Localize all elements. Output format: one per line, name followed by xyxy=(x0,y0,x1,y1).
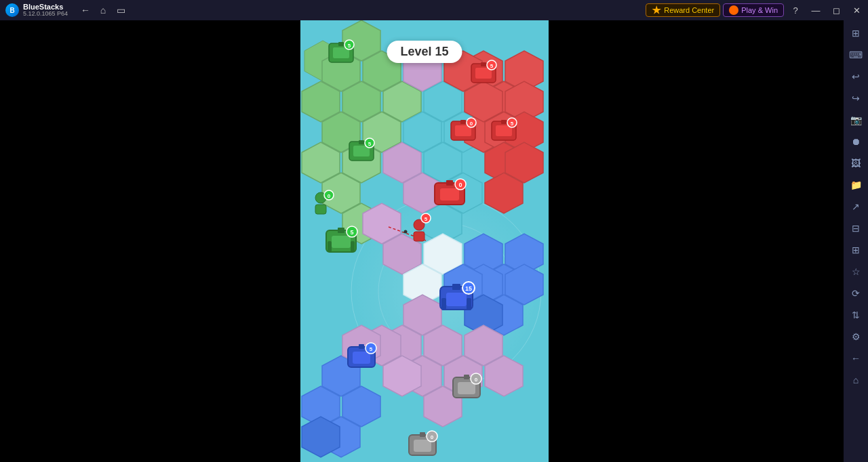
svg-text:0: 0 xyxy=(328,193,331,199)
svg-text:15: 15 xyxy=(465,285,472,292)
svg-rect-115 xyxy=(441,298,446,310)
svg-rect-130 xyxy=(414,440,431,452)
home-button[interactable]: ⌂ xyxy=(95,2,111,18)
svg-rect-126 xyxy=(464,375,469,379)
svg-rect-83 xyxy=(338,228,344,233)
svg-text:0: 0 xyxy=(470,121,473,127)
reward-center-button[interactable]: Reward Center xyxy=(646,3,720,17)
hex-grid: 5 5 0 5 xyxy=(300,20,549,462)
sidebar-forward-icon[interactable]: ↪ xyxy=(846,88,866,108)
svg-point-66 xyxy=(404,230,408,234)
sidebar-screenshot-icon[interactable]: 🖼 xyxy=(846,153,866,173)
svg-rect-125 xyxy=(458,382,475,394)
sidebar-home-icon[interactable]: ⌂ xyxy=(846,370,866,390)
svg-text:5: 5 xyxy=(425,216,428,222)
svg-rect-69 xyxy=(338,42,344,46)
sidebar-table-icon[interactable]: ⊟ xyxy=(846,218,866,238)
sidebar-back-icon[interactable]: ↩ xyxy=(846,66,866,87)
minimize-button[interactable]: — xyxy=(807,1,825,19)
titlebar-right: Reward Center Play & Win ? — ◻ ✕ xyxy=(646,1,868,19)
svg-rect-82 xyxy=(332,236,351,248)
sidebar-sync-icon[interactable]: ⇅ xyxy=(846,305,866,325)
play-win-icon xyxy=(729,5,738,15)
help-button[interactable]: ? xyxy=(787,1,804,19)
sidebar-record-icon[interactable]: ⏺ xyxy=(846,131,866,152)
svg-rect-104 xyxy=(440,188,459,201)
sidebar-star-icon[interactable]: ☆ xyxy=(846,261,866,282)
back-button[interactable]: ← xyxy=(77,2,94,18)
svg-rect-90 xyxy=(481,62,486,66)
titlebar: B BlueStacks 5.12.0.1065 P64 ← ⌂ ▭ Rewar… xyxy=(0,0,868,20)
svg-rect-85 xyxy=(351,241,355,252)
svg-rect-78 xyxy=(315,205,326,214)
reward-center-label: Reward Center xyxy=(664,6,714,14)
app-info: BlueStacks 5.12.0.1065 P64 xyxy=(23,3,68,17)
play-win-label: Play & Win xyxy=(741,6,778,14)
reward-star-icon xyxy=(652,5,661,15)
nav-buttons: ← ⌂ ▭ xyxy=(73,2,133,18)
left-panel xyxy=(0,20,300,462)
level-badge: Level 15 xyxy=(387,41,462,63)
app-version: 5.12.0.1065 P64 xyxy=(23,11,68,17)
svg-rect-114 xyxy=(452,284,460,290)
svg-text:5: 5 xyxy=(511,121,514,127)
svg-rect-120 xyxy=(353,352,370,364)
play-win-button[interactable]: Play & Win xyxy=(723,3,784,17)
svg-rect-95 xyxy=(501,120,507,124)
sidebar-settings-icon[interactable]: ⚙ xyxy=(846,327,866,347)
sidebar-keyboard-icon[interactable]: ⌨ xyxy=(846,45,866,65)
sidebar-camera-icon[interactable]: 📷 xyxy=(846,110,866,130)
bluestacks-logo: B BlueStacks 5.12.0.1065 P64 xyxy=(0,3,73,17)
svg-rect-105 xyxy=(446,180,453,186)
sidebar-back2-icon[interactable]: ← xyxy=(846,348,866,369)
svg-text:0: 0 xyxy=(475,377,478,383)
svg-text:0: 0 xyxy=(458,182,462,188)
svg-rect-84 xyxy=(328,241,332,252)
svg-rect-100 xyxy=(460,120,466,124)
sidebar-rotate-icon[interactable]: ⟳ xyxy=(846,283,866,303)
svg-text:5: 5 xyxy=(348,43,351,49)
close-button[interactable]: ✕ xyxy=(848,1,865,19)
svg-text:5: 5 xyxy=(490,63,494,69)
sidebar-folder-icon[interactable]: 📁 xyxy=(846,175,866,195)
restore-button[interactable]: ◻ xyxy=(827,1,845,19)
sidebar-share-icon[interactable]: ↗ xyxy=(846,196,866,217)
svg-text:5: 5 xyxy=(368,141,372,147)
bluestacks-icon: B xyxy=(5,3,19,17)
svg-text:5: 5 xyxy=(350,229,353,236)
svg-rect-109 xyxy=(414,232,425,241)
svg-rect-116 xyxy=(467,298,471,310)
svg-rect-121 xyxy=(359,344,364,349)
svg-text:5: 5 xyxy=(370,346,373,352)
sidebar-expand-icon[interactable]: ⊞ xyxy=(846,23,866,43)
sidebar-table2-icon[interactable]: ⊞ xyxy=(846,240,866,260)
svg-rect-74 xyxy=(359,140,364,144)
game-area[interactable]: 5 5 0 5 xyxy=(300,20,549,462)
svg-text:0: 0 xyxy=(431,434,434,440)
multiwindow-button[interactable]: ▭ xyxy=(113,2,129,18)
right-sidebar: ⊞ ⌨ ↩ ↪ 📷 ⏺ 🖼 📁 ↗ ⊟ ⊞ ☆ ⟳ ⇅ ⚙ ← ⌂ xyxy=(844,20,868,462)
svg-rect-131 xyxy=(420,432,425,437)
svg-rect-113 xyxy=(446,293,467,306)
